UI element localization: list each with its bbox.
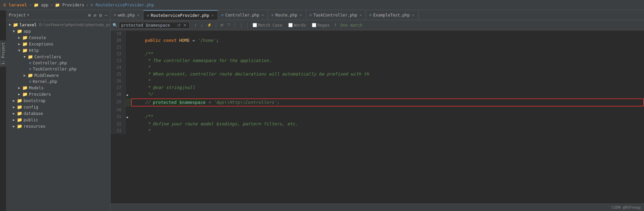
folder-icon-controllers: 📁 <box>28 54 33 59</box>
regex-option[interactable]: Regex <box>310 22 332 29</box>
tree-item-http[interactable]: ▼ 📁 Http <box>6 47 110 54</box>
tree-item-controller-php[interactable]: ⊙ Controller.php <box>6 60 110 66</box>
tree-item-exceptions[interactable]: ▶ 📁 Exceptions <box>6 41 110 47</box>
tree-root-laravel[interactable]: ▼ 📁 laravel D:\sofeware\phpstudy\phpstud… <box>6 22 110 28</box>
line-content-24: * <box>131 64 644 71</box>
tree-item-models[interactable]: ▶ 📁 Models <box>6 85 110 91</box>
arrow-right-database: ▶ <box>13 112 15 115</box>
code-line-21: 21 <box>110 44 644 51</box>
tree-item-middleware[interactable]: ▶ 📁 Middleware <box>6 72 110 79</box>
arrow-right-public: ▶ <box>13 118 15 122</box>
search-prev-btn[interactable]: ↑ <box>193 23 198 28</box>
search-input[interactable] <box>121 23 175 28</box>
side-tab-project[interactable]: 1: Project <box>0 40 6 67</box>
line-gutter-31: ◆ <box>126 113 131 121</box>
search-help-icon[interactable]: ? <box>334 23 336 28</box>
search-sep-2 <box>235 23 235 28</box>
folder-icon-resources: 📁 <box>17 124 22 129</box>
dropdown-icon[interactable]: ▼ <box>27 13 29 17</box>
breadcrumb-sep-3: › <box>86 3 89 7</box>
tree-item-config[interactable]: ▶ 📁 config <box>6 104 110 110</box>
file-icon-taskcontroller: ⊙ <box>29 67 31 71</box>
search-find-all-btn[interactable]: ⚡ <box>206 23 213 27</box>
tab-taskcontroller-php[interactable]: ⊙ TaskController.php ✕ <box>306 10 366 20</box>
line-content-31: /** <box>131 113 644 121</box>
tab-controller-php[interactable]: ⊙ Controller.php ✕ <box>218 10 268 20</box>
words-label: Words <box>294 23 306 28</box>
tab-close-taskcontroller-php[interactable]: ✕ <box>359 13 362 17</box>
arrow-right-exceptions: ▶ <box>18 42 20 46</box>
file-icon-controller: ⊙ <box>29 61 31 65</box>
layout-icon[interactable]: ⇄ <box>94 12 96 18</box>
search-icon: 🔍 <box>112 23 118 28</box>
settings-icon[interactable]: ⚙ <box>99 12 102 18</box>
search-reset-btn[interactable]: ↺ <box>176 23 181 28</box>
search-actions: ↑ ↓ ⚡ ⇄ ⊤ ⋮ Match Case Words <box>193 22 336 29</box>
tab-close-route-php[interactable]: ✕ <box>299 13 302 17</box>
tab-close-web-php[interactable]: ✕ <box>136 13 140 17</box>
folder-icon-exceptions: 📁 <box>22 41 28 47</box>
folder-icon-bootstrap: 📁 <box>17 98 22 103</box>
label-app: app <box>24 29 31 34</box>
tab-exampletest-php[interactable]: ⊙ ExampleTest.php ✕ <box>366 10 418 20</box>
arrow-right-console: ▶ <box>18 36 20 39</box>
tree-item-resources[interactable]: ▶ 📁 resources <box>6 123 110 129</box>
line-gutter-27 <box>126 84 131 91</box>
tab-route-php[interactable]: ⊙ Route.php ✕ <box>268 10 306 20</box>
words-option[interactable]: Words <box>286 22 308 29</box>
search-clear-btn[interactable]: ✕ <box>183 23 187 28</box>
folder-icon-public: 📁 <box>17 117 22 122</box>
tree-item-console[interactable]: ▶ 📁 Console <box>6 34 110 41</box>
tree-item-providers[interactable]: ▶ 📁 Providers <box>6 91 110 97</box>
tab-web-php[interactable]: ≋ web.php ✕ <box>110 10 143 20</box>
folder-icon-console: 📁 <box>22 35 28 40</box>
tree-item-app[interactable]: ▼ 📁 app <box>6 28 110 34</box>
search-bar: 🔍 ↺ ✕ ↑ ↓ ⚡ ⇄ ⊤ ⋮ <box>110 20 644 30</box>
search-sep-3 <box>247 23 248 28</box>
tree-item-taskcontroller-php[interactable]: ⊙ TaskController.php <box>6 66 110 72</box>
tab-close-controller-php[interactable]: ✕ <box>261 13 264 17</box>
tree-item-database[interactable]: ▶ 📁 database <box>6 110 110 117</box>
line-content-25: * When present, controller route declara… <box>131 71 644 78</box>
search-next-btn[interactable]: ↓ <box>199 23 204 28</box>
search-input-wrapper: ↺ ✕ <box>119 22 190 29</box>
tab-icon-route: ⊙ <box>147 13 149 18</box>
match-case-checkbox[interactable] <box>253 23 257 27</box>
label-providers: Providers <box>29 92 51 97</box>
code-line-19: 19 <box>110 30 644 37</box>
folder-icon-app: 📁 <box>17 29 22 34</box>
regex-checkbox[interactable] <box>312 23 316 27</box>
tree-item-bootstrap[interactable]: ▶ 📁 bootstrap <box>6 97 110 104</box>
search-result-count: One match <box>341 23 362 28</box>
search-filter-btn[interactable]: ⊤ <box>226 23 232 27</box>
match-case-option[interactable]: Match Case <box>250 22 285 29</box>
code-line-26: 26 * <box>110 78 644 84</box>
folder-icon-database: 📁 <box>17 111 22 116</box>
words-checkbox[interactable] <box>288 23 293 27</box>
tree-item-public[interactable]: ▶ 📁 public <box>6 117 110 123</box>
code-line-20: 20 public const HOME = '/home'; <box>110 37 644 44</box>
bookmark-28: ◆ <box>126 93 128 97</box>
tab-bar: ≋ web.php ✕ ⊙ RouteServiceProvider.php ✕… <box>110 10 644 20</box>
breadcrumb-providers: 📁 Providers <box>55 3 84 7</box>
folder-icon-middleware: 📁 <box>28 73 33 78</box>
minimize-icon[interactable]: − <box>105 12 107 18</box>
label-http: Http <box>29 48 39 53</box>
tab-icon-route-php: ⊙ <box>271 13 274 17</box>
tab-close-exampletest-php[interactable]: ✕ <box>411 13 415 17</box>
tree-item-kernel-php[interactable]: ⊙ Kernel.php <box>6 79 110 85</box>
tab-close-routeserviceprovider[interactable]: ✕ <box>211 13 214 17</box>
search-toggle-replace[interactable]: ⇄ <box>219 23 225 27</box>
line-gutter-25 <box>126 71 131 78</box>
line-content-32: * Define your route model bindings, patt… <box>131 121 644 127</box>
folder-icon: 📁 <box>13 22 18 27</box>
line-gutter-33 <box>126 127 131 134</box>
line-number-26: 26 <box>110 78 126 84</box>
match-case-label: Match Case <box>258 23 282 28</box>
code-editor[interactable]: 19 20 public const HOME = '/home'; 21 <box>110 30 644 204</box>
sync-icon[interactable]: ⊕ <box>88 12 91 18</box>
tree-item-controllers[interactable]: ▼ 📁 Controllers <box>6 54 110 60</box>
tab-routeserviceprovider[interactable]: ⊙ RouteServiceProvider.php ✕ <box>143 10 218 20</box>
search-funnel-btn[interactable]: ⋮ <box>238 23 245 28</box>
label-taskcontroller-php: TaskController.php <box>33 67 76 71</box>
